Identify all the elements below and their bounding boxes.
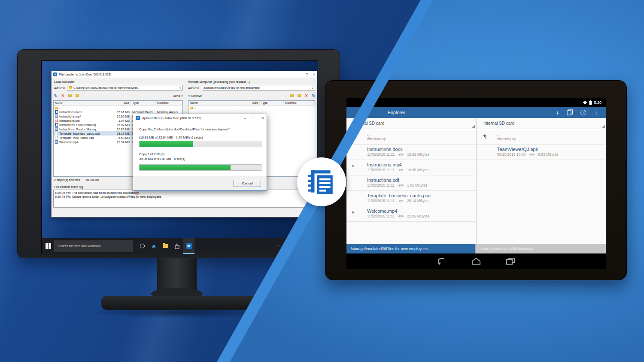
maximize-button[interactable]: ☐: [306, 73, 308, 76]
new-folder-icon[interactable]: [68, 94, 72, 97]
word-file-icon: [55, 123, 58, 127]
tray-chevron-icon[interactable]: ^: [277, 244, 279, 248]
table-row[interactable]: ..: [54, 106, 182, 110]
info-icon[interactable]: i: [580, 110, 586, 115]
list-item[interactable]: Instructions.docx 11/02/2015 11:11 -rw- …: [346, 145, 476, 160]
remote-address-label: Address: [188, 87, 199, 90]
path-bars: /storage/emulated/0/Files for new employ…: [346, 244, 606, 253]
up-directory-icon[interactable]: ↑: [284, 94, 286, 98]
column-header-type[interactable]: Type: [131, 101, 156, 105]
receive-button[interactable]: « Receive: [188, 94, 202, 97]
right-path-bar[interactable]: /storage/emulated/0/Download: [475, 244, 606, 253]
list-item[interactable]: ↰ .. directory up: [346, 129, 476, 145]
list-item[interactable]: Instructions.pdf 11/02/2015 11:11 -rw- 1…: [346, 175, 476, 191]
monitor-stand-base: [101, 296, 256, 310]
left-file-pane: Internal SD card ↰ .. directory up Instr…: [346, 118, 476, 244]
folder-icon[interactable]: [76, 94, 79, 97]
teamviewer-taskbar-button[interactable]: ⇄: [183, 238, 194, 254]
event-log: 5:20:09 PM: The connection has been esta…: [53, 190, 316, 208]
mp4-file-icon: [55, 127, 58, 131]
column-header-type[interactable]: Type: [260, 101, 284, 105]
column-header-name[interactable]: Name: [188, 101, 239, 105]
remote-toolbar: « Receive ↑ ✕ ↻: [188, 93, 315, 99]
selection-size: 51.08 MB: [86, 178, 99, 181]
task-view-button[interactable]: [137, 238, 148, 254]
list-item[interactable]: Welcome.mp4 11/02/2015 11:11 -rw- 22.95 …: [346, 206, 476, 222]
total-progress-bar: [139, 164, 261, 171]
app-bar: Explorer + i ⋮: [346, 107, 606, 118]
app-title: Explorer: [388, 110, 405, 115]
folder-icon: [163, 244, 168, 248]
delete-icon[interactable]: ✕: [305, 94, 308, 98]
column-header-modified[interactable]: Modified: [284, 101, 315, 105]
local-address-label: Address: [54, 87, 65, 90]
log-line: 5:20:09 PM: The connection has been esta…: [55, 191, 314, 195]
list-item[interactable]: TeamViewerQJ.apk 08/10/2015 10:08 -rw- 9…: [477, 145, 606, 160]
edge-icon: e: [152, 243, 156, 250]
folder-icon[interactable]: [298, 94, 301, 97]
list-item[interactable]: ↰ .. directory up: [477, 129, 606, 145]
column-header-size[interactable]: Size: [110, 101, 131, 105]
list-item[interactable]: Instructions.mp4 11/02/2015 11:11 -rw- 1…: [346, 160, 476, 175]
overflow-menu-icon[interactable]: ⋮: [593, 109, 599, 116]
wifi-icon: [583, 101, 587, 105]
dialog-title: Upload files to John Doe (606 013 523): [142, 116, 244, 120]
edge-button[interactable]: e: [148, 238, 160, 254]
right-pane-header[interactable]: Internal SD card: [477, 118, 606, 129]
delete-icon[interactable]: ✕: [61, 94, 65, 98]
close-button[interactable]: ✕: [261, 116, 264, 120]
home-button[interactable]: [471, 257, 481, 265]
copy-file-line: Copy file „C:\Users\john.doe\Desktop\Fil…: [139, 127, 261, 131]
list-item[interactable]: Template_business_cards.psd 11/02/2015 1…: [346, 191, 476, 206]
remote-address-combobox[interactable]: /storage/emulated/0/Files for new employ…: [202, 85, 315, 90]
send-button[interactable]: Send »: [173, 94, 183, 97]
store-button[interactable]: [171, 238, 183, 254]
front-camera: [474, 88, 477, 91]
file-progress-bar: [139, 141, 261, 147]
remote-address-value: /storage/emulated/0/Files for new employ…: [204, 86, 310, 89]
new-folder-icon[interactable]: [290, 94, 294, 97]
cancel-button[interactable]: Cancel: [234, 180, 261, 187]
table-row[interactable]: ..: [188, 106, 315, 110]
column-header-name[interactable]: Name: [54, 101, 110, 105]
left-path-bar[interactable]: /storage/emulated/0/Files for new employ…: [346, 244, 475, 253]
local-address-combobox[interactable]: C:\Users\john.doe\Desktop\Files for new …: [67, 85, 183, 90]
receive-chevrons-icon: «: [188, 94, 190, 97]
paste-icon[interactable]: [567, 109, 573, 115]
window-titlebar[interactable]: ⇄ File transfer to John Doe (606 013 523…: [52, 71, 317, 78]
total-progress-fill: [140, 165, 231, 170]
start-button[interactable]: [42, 243, 55, 249]
folder-icon: [69, 87, 72, 89]
refresh-icon[interactable]: ↻: [312, 94, 315, 98]
file-progress-fill: [140, 141, 193, 147]
folder-up-icon: [55, 107, 58, 109]
upload-dialog: ⇄ Upload files to John Doe (606 013 523)…: [133, 114, 267, 191]
close-button[interactable]: ✕: [313, 73, 315, 76]
back-button[interactable]: [437, 257, 447, 265]
selection-status: 2 object(s) selected 51.08 MB: [54, 178, 99, 181]
local-toolbar: ↻ ✕ ↑ Send »: [54, 93, 183, 99]
total-progress-line: 39.05 MB of 51.08 MB 6 sec(s): [139, 157, 261, 161]
minimize-button[interactable]: –: [244, 116, 246, 120]
file-explorer-button[interactable]: [160, 238, 171, 254]
maximize-button: ☐: [252, 116, 255, 120]
taskbar-search-input[interactable]: Search the web and Windows: [55, 240, 133, 252]
minimize-button[interactable]: –: [300, 73, 301, 76]
teamviewer-icon: ⇄: [53, 72, 57, 76]
psd-file-icon: [55, 136, 58, 139]
local-column-headers: Name Size Type Modified: [54, 101, 182, 106]
dialog-titlebar[interactable]: ⇄ Upload files to John Doe (606 013 523)…: [133, 114, 267, 122]
recents-button[interactable]: [505, 257, 516, 265]
column-header-modified[interactable]: Modified: [156, 101, 182, 105]
mp4-file-icon: [55, 115, 58, 118]
add-icon[interactable]: +: [556, 109, 559, 116]
chevron-down-icon[interactable]: ∨: [312, 86, 313, 89]
battery-icon: [589, 100, 592, 105]
folder-up-icon: [190, 107, 193, 109]
column-header-size[interactable]: Size: [239, 101, 260, 105]
up-directory-icon[interactable]: ↑: [83, 94, 85, 98]
pdf-file-icon: [55, 119, 58, 122]
refresh-icon[interactable]: ↻: [54, 94, 58, 98]
chevron-down-icon[interactable]: ∨: [179, 86, 181, 89]
resize-corner-icon: [602, 125, 605, 128]
